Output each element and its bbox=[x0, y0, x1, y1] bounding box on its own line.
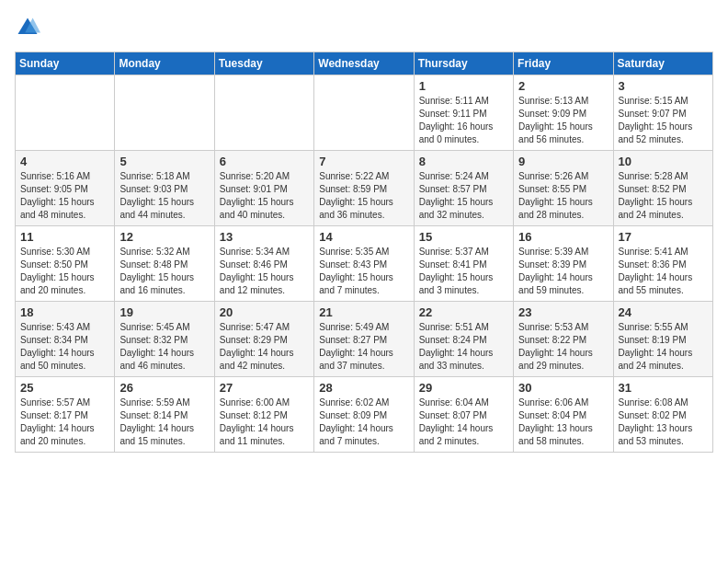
day-number: 25 bbox=[20, 381, 109, 395]
day-number: 11 bbox=[20, 230, 109, 244]
calendar-cell: 4Sunrise: 5:16 AMSunset: 9:05 PMDaylight… bbox=[16, 151, 115, 226]
day-number: 30 bbox=[518, 381, 608, 395]
header-day: Sunday bbox=[16, 52, 115, 75]
day-number: 14 bbox=[319, 230, 408, 244]
day-info: Sunrise: 5:59 AMSunset: 8:14 PMDaylight:… bbox=[119, 396, 209, 448]
day-info: Sunrise: 5:11 AMSunset: 9:11 PMDaylight:… bbox=[419, 95, 508, 146]
header-day: Thursday bbox=[414, 52, 513, 75]
header-day: Saturday bbox=[613, 52, 712, 75]
day-info: Sunrise: 5:51 AMSunset: 8:24 PMDaylight:… bbox=[419, 321, 508, 373]
day-info: Sunrise: 5:41 AMSunset: 8:36 PMDaylight:… bbox=[619, 246, 708, 297]
day-info: Sunrise: 5:15 AMSunset: 9:07 PMDaylight:… bbox=[619, 95, 708, 146]
day-info: Sunrise: 6:04 AMSunset: 8:07 PMDaylight:… bbox=[419, 396, 508, 448]
day-number: 4 bbox=[20, 155, 109, 168]
day-info: Sunrise: 5:13 AMSunset: 9:09 PMDaylight:… bbox=[518, 95, 608, 146]
day-number: 29 bbox=[419, 381, 508, 395]
day-info: Sunrise: 6:02 AMSunset: 8:09 PMDaylight:… bbox=[319, 396, 408, 448]
day-number: 7 bbox=[319, 155, 408, 168]
day-info: Sunrise: 5:32 AMSunset: 8:48 PMDaylight:… bbox=[119, 246, 209, 297]
day-info: Sunrise: 6:00 AMSunset: 8:12 PMDaylight:… bbox=[220, 396, 309, 448]
day-info: Sunrise: 5:28 AMSunset: 8:52 PMDaylight:… bbox=[619, 170, 708, 222]
calendar-cell: 16Sunrise: 5:39 AMSunset: 8:39 PMDayligh… bbox=[514, 226, 613, 302]
day-number: 15 bbox=[419, 230, 508, 244]
calendar-cell: 10Sunrise: 5:28 AMSunset: 8:52 PMDayligh… bbox=[613, 151, 712, 226]
logo bbox=[15, 15, 44, 40]
day-info: Sunrise: 5:20 AMSunset: 9:01 PMDaylight:… bbox=[220, 170, 309, 222]
day-number: 21 bbox=[319, 305, 408, 319]
day-info: Sunrise: 5:53 AMSunset: 8:22 PMDaylight:… bbox=[518, 321, 608, 373]
calendar-table: SundayMondayTuesdayWednesdayThursdayFrid… bbox=[15, 52, 713, 453]
day-info: Sunrise: 5:49 AMSunset: 8:27 PMDaylight:… bbox=[319, 321, 408, 373]
day-number: 23 bbox=[518, 305, 608, 319]
calendar-cell: 24Sunrise: 5:55 AMSunset: 8:19 PMDayligh… bbox=[613, 302, 712, 377]
calendar-cell: 28Sunrise: 6:02 AMSunset: 8:09 PMDayligh… bbox=[314, 377, 414, 453]
calendar-cell: 20Sunrise: 5:47 AMSunset: 8:29 PMDayligh… bbox=[214, 302, 313, 377]
day-info: Sunrise: 5:26 AMSunset: 8:55 PMDaylight:… bbox=[518, 170, 608, 222]
calendar-cell: 7Sunrise: 5:22 AMSunset: 8:59 PMDaylight… bbox=[314, 151, 414, 226]
calendar-cell: 17Sunrise: 5:41 AMSunset: 8:36 PMDayligh… bbox=[613, 226, 712, 302]
day-info: Sunrise: 5:45 AMSunset: 8:32 PMDaylight:… bbox=[119, 321, 209, 373]
day-number: 31 bbox=[619, 381, 708, 395]
calendar-cell: 3Sunrise: 5:15 AMSunset: 9:07 PMDaylight… bbox=[613, 75, 712, 151]
page-header bbox=[15, 15, 713, 40]
day-info: Sunrise: 5:22 AMSunset: 8:59 PMDaylight:… bbox=[319, 170, 408, 222]
day-info: Sunrise: 5:47 AMSunset: 8:29 PMDaylight:… bbox=[220, 321, 309, 373]
day-info: Sunrise: 6:06 AMSunset: 8:04 PMDaylight:… bbox=[518, 396, 608, 448]
calendar-cell: 6Sunrise: 5:20 AMSunset: 9:01 PMDaylight… bbox=[214, 151, 313, 226]
calendar-cell: 21Sunrise: 5:49 AMSunset: 8:27 PMDayligh… bbox=[314, 302, 414, 377]
calendar-cell: 9Sunrise: 5:26 AMSunset: 8:55 PMDaylight… bbox=[514, 151, 613, 226]
day-info: Sunrise: 5:30 AMSunset: 8:50 PMDaylight:… bbox=[20, 246, 109, 297]
calendar-cell: 1Sunrise: 5:11 AMSunset: 9:11 PMDaylight… bbox=[414, 75, 513, 151]
calendar-cell: 18Sunrise: 5:43 AMSunset: 8:34 PMDayligh… bbox=[16, 302, 115, 377]
logo-icon bbox=[15, 15, 40, 40]
header-row: SundayMondayTuesdayWednesdayThursdayFrid… bbox=[16, 52, 713, 75]
day-number: 5 bbox=[119, 155, 209, 168]
calendar-cell: 30Sunrise: 6:06 AMSunset: 8:04 PMDayligh… bbox=[514, 377, 613, 453]
day-info: Sunrise: 5:34 AMSunset: 8:46 PMDaylight:… bbox=[220, 246, 309, 297]
calendar-cell: 23Sunrise: 5:53 AMSunset: 8:22 PMDayligh… bbox=[514, 302, 613, 377]
calendar-cell: 13Sunrise: 5:34 AMSunset: 8:46 PMDayligh… bbox=[214, 226, 313, 302]
day-number: 22 bbox=[419, 305, 508, 319]
header-day: Wednesday bbox=[314, 52, 414, 75]
day-number: 16 bbox=[518, 230, 608, 244]
day-info: Sunrise: 5:43 AMSunset: 8:34 PMDaylight:… bbox=[20, 321, 109, 373]
day-number: 6 bbox=[220, 155, 309, 168]
day-number: 20 bbox=[220, 305, 309, 319]
calendar-week-row: 25Sunrise: 5:57 AMSunset: 8:17 PMDayligh… bbox=[16, 377, 713, 453]
day-number: 2 bbox=[518, 79, 608, 93]
day-number: 28 bbox=[319, 381, 408, 395]
calendar-week-row: 4Sunrise: 5:16 AMSunset: 9:05 PMDaylight… bbox=[16, 151, 713, 226]
calendar-week-row: 11Sunrise: 5:30 AMSunset: 8:50 PMDayligh… bbox=[16, 226, 713, 302]
calendar-cell: 2Sunrise: 5:13 AMSunset: 9:09 PMDaylight… bbox=[514, 75, 613, 151]
day-info: Sunrise: 6:08 AMSunset: 8:02 PMDaylight:… bbox=[619, 396, 708, 448]
header-day: Tuesday bbox=[214, 52, 313, 75]
day-info: Sunrise: 5:57 AMSunset: 8:17 PMDaylight:… bbox=[20, 396, 109, 448]
day-number: 10 bbox=[619, 155, 708, 168]
day-info: Sunrise: 5:24 AMSunset: 8:57 PMDaylight:… bbox=[419, 170, 508, 222]
day-info: Sunrise: 5:35 AMSunset: 8:43 PMDaylight:… bbox=[319, 246, 408, 297]
day-number: 12 bbox=[119, 230, 209, 244]
calendar-cell: 26Sunrise: 5:59 AMSunset: 8:14 PMDayligh… bbox=[115, 377, 214, 453]
calendar-cell: 11Sunrise: 5:30 AMSunset: 8:50 PMDayligh… bbox=[16, 226, 115, 302]
day-info: Sunrise: 5:39 AMSunset: 8:39 PMDaylight:… bbox=[518, 246, 608, 297]
day-info: Sunrise: 5:37 AMSunset: 8:41 PMDaylight:… bbox=[419, 246, 508, 297]
day-info: Sunrise: 5:55 AMSunset: 8:19 PMDaylight:… bbox=[619, 321, 708, 373]
day-number: 27 bbox=[220, 381, 309, 395]
calendar-body: 1Sunrise: 5:11 AMSunset: 9:11 PMDaylight… bbox=[16, 75, 713, 453]
calendar-cell bbox=[314, 75, 414, 151]
calendar-cell bbox=[16, 75, 115, 151]
day-number: 18 bbox=[20, 305, 109, 319]
calendar-cell bbox=[115, 75, 214, 151]
calendar-cell: 29Sunrise: 6:04 AMSunset: 8:07 PMDayligh… bbox=[414, 377, 513, 453]
calendar-cell: 25Sunrise: 5:57 AMSunset: 8:17 PMDayligh… bbox=[16, 377, 115, 453]
day-number: 13 bbox=[220, 230, 309, 244]
calendar-week-row: 18Sunrise: 5:43 AMSunset: 8:34 PMDayligh… bbox=[16, 302, 713, 377]
calendar-cell: 19Sunrise: 5:45 AMSunset: 8:32 PMDayligh… bbox=[115, 302, 214, 377]
calendar-cell: 31Sunrise: 6:08 AMSunset: 8:02 PMDayligh… bbox=[613, 377, 712, 453]
calendar-cell: 5Sunrise: 5:18 AMSunset: 9:03 PMDaylight… bbox=[115, 151, 214, 226]
calendar-week-row: 1Sunrise: 5:11 AMSunset: 9:11 PMDaylight… bbox=[16, 75, 713, 151]
day-info: Sunrise: 5:16 AMSunset: 9:05 PMDaylight:… bbox=[20, 170, 109, 222]
day-number: 3 bbox=[619, 79, 708, 93]
day-number: 8 bbox=[419, 155, 508, 168]
day-number: 1 bbox=[419, 79, 508, 93]
